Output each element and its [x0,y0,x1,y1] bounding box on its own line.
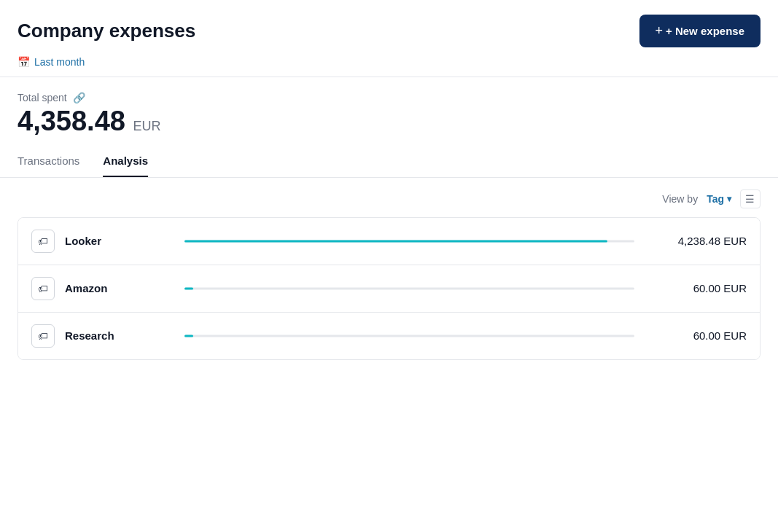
list-view-icon: ☰ [745,193,755,205]
expense-rows: 🏷 Looker 4,238.48 EUR 🏷 Amazon 60.00 EUR [17,217,761,360]
tag-icon-wrap: 🏷 [31,230,55,253]
calendar-icon: 📅 [17,56,30,68]
stats-section: Total spent 🔗 4,358.48 EUR [0,77,778,146]
expense-amount: 60.00 EUR [652,282,747,294]
list-view-button[interactable]: ☰ [740,189,761,208]
bar-container [184,239,634,243]
tab-transactions[interactable]: Transactions [17,154,79,177]
view-by-tag-button[interactable]: Tag ▾ [707,193,731,205]
expense-name: Looker [65,235,167,247]
table-row: 🏷 Looker 4,238.48 EUR [18,218,760,265]
table-row: 🏷 Amazon 60.00 EUR [18,265,760,313]
plus-icon: + [656,23,664,39]
view-by-tag-value: Tag [707,193,724,205]
chevron-down-icon: ▾ [727,194,731,204]
date-filter-section: 📅 Last month [0,53,778,77]
analysis-section: View by Tag ▾ ☰ 🏷 Looker 4,238.48 EUR 🏷 [0,178,778,372]
tag-icon: 🏷 [38,330,48,342]
total-amount-row: 4,358.48 EUR [17,106,761,137]
tabs-container: Transactions Analysis [0,146,778,178]
tag-icon: 🏷 [38,235,48,247]
total-spent-label: Total spent [17,92,67,103]
tab-analysis[interactable]: Analysis [103,154,148,177]
date-filter-label: Last month [34,56,85,68]
table-row: 🏷 Research 60.00 EUR [18,313,760,359]
date-filter-button[interactable]: 📅 Last month [17,56,85,68]
page-header: Company expenses + + New expense [0,0,778,53]
expense-name: Research [65,329,167,342]
bar-track [184,335,634,337]
total-spent-label-row: Total spent 🔗 [17,92,761,103]
bar-fill [184,335,193,337]
currency-label: EUR [133,119,160,133]
view-by-label: View by [662,193,698,205]
bar-container [184,286,634,291]
new-expense-label: + New expense [666,25,744,37]
bar-container [184,334,634,338]
view-controls: View by Tag ▾ ☰ [17,189,761,208]
tag-icon: 🏷 [38,283,48,294]
bar-fill [184,287,193,289]
bar-track [184,287,634,289]
link-icon[interactable]: 🔗 [73,92,85,103]
tag-icon-wrap: 🏷 [31,277,55,300]
new-expense-button[interactable]: + + New expense [639,15,761,47]
total-amount: 4,358.48 [17,106,125,136]
page-title: Company expenses [17,20,195,42]
bar-fill [184,240,607,242]
expense-amount: 60.00 EUR [652,329,747,342]
expense-name: Amazon [65,282,167,294]
tag-icon-wrap: 🏷 [31,324,55,348]
expense-amount: 4,238.48 EUR [652,235,747,247]
